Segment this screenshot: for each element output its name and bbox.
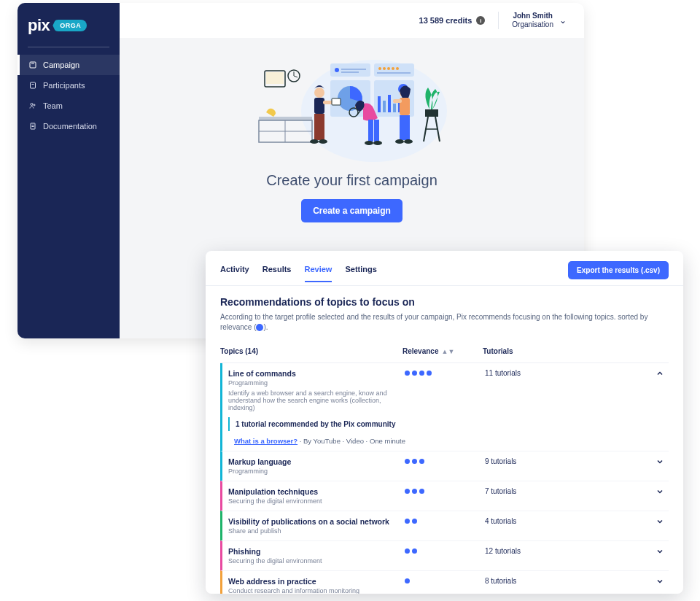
svg-rect-16 bbox=[377, 72, 411, 74]
create-campaign-button[interactable]: Create a campaign bbox=[301, 199, 402, 222]
table-row[interactable]: Web address in practiceConduct research … bbox=[220, 570, 669, 594]
svg-point-59 bbox=[404, 139, 413, 144]
svg-rect-46 bbox=[332, 98, 341, 105]
tutorials-count: 4 tutorials bbox=[485, 517, 651, 525]
chevron-down-icon[interactable] bbox=[651, 517, 669, 528]
chevron-down-icon[interactable] bbox=[651, 487, 669, 498]
tab-settings[interactable]: Settings bbox=[345, 265, 376, 282]
svg-rect-57 bbox=[405, 115, 410, 140]
desc-post: ). bbox=[263, 323, 268, 331]
relevance-dots bbox=[405, 457, 485, 464]
svg-rect-10 bbox=[341, 71, 359, 73]
tutorial-item: What is a browser? · By YouTube · Video … bbox=[222, 434, 669, 449]
topic-subtitle: Share and publish bbox=[228, 527, 405, 535]
topic-title: Markup language bbox=[228, 457, 405, 466]
logo-pix: pix bbox=[28, 16, 50, 35]
topics-table: Topics (14) Relevance▲▼ Tutorials Line o… bbox=[206, 340, 683, 594]
tabs-row: Activity Results Review Settings Export … bbox=[206, 251, 683, 286]
sidebar-nav: Campaign Participants Team Documentation bbox=[18, 55, 120, 136]
svg-rect-35 bbox=[425, 109, 438, 117]
svg-line-30 bbox=[294, 76, 298, 77]
chevron-down-icon[interactable] bbox=[651, 577, 669, 588]
info-icon[interactable]: i bbox=[476, 16, 485, 25]
section-description: According to the target profile selected… bbox=[220, 312, 669, 333]
svg-rect-9 bbox=[341, 69, 366, 70]
chevron-down-icon[interactable] bbox=[651, 457, 669, 468]
svg-point-11 bbox=[378, 67, 381, 70]
tab-activity[interactable]: Activity bbox=[220, 265, 249, 282]
topbar: 13 589 credits i John Smith Organisation… bbox=[120, 3, 584, 38]
topic-subtitle: Programming bbox=[228, 379, 405, 387]
svg-point-8 bbox=[335, 68, 339, 72]
svg-point-13 bbox=[387, 67, 390, 70]
credits-display: 13 589 credits i bbox=[419, 16, 486, 25]
svg-point-12 bbox=[383, 67, 386, 70]
tutorial-recommended-bar: 1 tutorial recommended by the Pix commun… bbox=[228, 417, 669, 431]
sidebar-item-label: Campaign bbox=[43, 61, 79, 69]
credits-text: 13 589 credits bbox=[419, 16, 472, 25]
topic-title: Manipulation techniques bbox=[228, 487, 405, 496]
svg-rect-56 bbox=[400, 115, 405, 140]
table-header: Topics (14) Relevance▲▼ Tutorials bbox=[220, 340, 669, 363]
user-name: John Smith bbox=[512, 12, 553, 21]
svg-point-43 bbox=[310, 139, 319, 144]
sidebar-item-documentation[interactable]: Documentation bbox=[18, 116, 120, 136]
svg-rect-51 bbox=[374, 120, 379, 141]
export-button[interactable]: Export the results (.csv) bbox=[568, 261, 669, 279]
topic-description: Identify a web browser and a search engi… bbox=[228, 389, 405, 411]
svg-rect-1 bbox=[31, 82, 36, 88]
user-org: Organisation bbox=[512, 20, 553, 30]
svg-point-39 bbox=[314, 88, 324, 98]
table-row[interactable]: Line of commandsProgrammingIdentify a we… bbox=[220, 363, 669, 451]
team-icon bbox=[28, 101, 37, 110]
chevron-down-icon[interactable] bbox=[651, 547, 669, 558]
recommendations-header: Recommendations of topics to focus on Ac… bbox=[206, 286, 683, 340]
topic-subtitle: Securing the digital environment bbox=[228, 557, 405, 565]
svg-rect-60 bbox=[393, 99, 402, 103]
user-menu[interactable]: John Smith Organisation ⌄ bbox=[512, 12, 567, 30]
col-topics: Topics (14) bbox=[220, 347, 402, 355]
svg-rect-22 bbox=[383, 101, 386, 112]
table-row[interactable]: Manipulation techniquesSecuring the digi… bbox=[220, 481, 669, 511]
svg-rect-7 bbox=[374, 63, 414, 77]
svg-point-52 bbox=[365, 141, 373, 145]
hero-headline: Create your first campaign bbox=[266, 172, 438, 189]
tutorials-count: 8 tutorials bbox=[485, 577, 651, 585]
svg-rect-27 bbox=[266, 72, 284, 84]
logo: pix ORGA bbox=[18, 12, 120, 42]
tab-results[interactable]: Results bbox=[262, 265, 292, 282]
topic-title: Line of commands bbox=[228, 369, 405, 378]
topic-subtitle: Securing the digital environment bbox=[228, 497, 405, 505]
svg-rect-50 bbox=[368, 120, 373, 141]
sidebar-item-label: Participants bbox=[43, 81, 85, 90]
table-row[interactable]: Markup languageProgramming9 tutorials bbox=[220, 451, 669, 481]
logo-orga-badge: ORGA bbox=[52, 20, 87, 31]
svg-rect-41 bbox=[314, 114, 319, 140]
table-row[interactable]: PhishingSecuring the digital environment… bbox=[220, 540, 669, 570]
col-tutorials: Tutorials bbox=[483, 347, 651, 355]
tab-review[interactable]: Review bbox=[305, 265, 332, 282]
tutorials-count: 11 tutorials bbox=[485, 369, 651, 377]
users-icon bbox=[28, 81, 37, 90]
table-body: Line of commandsProgrammingIdentify a we… bbox=[220, 363, 669, 594]
sidebar-item-participants[interactable]: Participants bbox=[18, 75, 120, 96]
tutorial-link[interactable]: What is a browser? bbox=[234, 437, 298, 445]
sort-icon: ▲▼ bbox=[441, 348, 454, 355]
svg-point-2 bbox=[31, 104, 33, 106]
topic-title: Web address in practice bbox=[228, 577, 405, 586]
svg-point-58 bbox=[395, 139, 404, 144]
topic-title: Visibility of publications on a social n… bbox=[228, 517, 405, 526]
section-title: Recommendations of topics to focus on bbox=[220, 296, 669, 308]
col-relevance[interactable]: Relevance▲▼ bbox=[402, 347, 483, 355]
sidebar-item-campaign[interactable]: Campaign bbox=[18, 55, 120, 75]
svg-point-53 bbox=[373, 141, 382, 145]
svg-point-3 bbox=[34, 104, 35, 106]
svg-rect-23 bbox=[388, 95, 391, 112]
topic-subtitle: Programming bbox=[228, 468, 405, 475]
sidebar-item-label: Documentation bbox=[43, 122, 97, 131]
sidebar-item-team[interactable]: Team bbox=[18, 96, 120, 116]
sidebar-item-label: Team bbox=[43, 101, 63, 110]
chevron-up-icon[interactable] bbox=[651, 369, 669, 380]
svg-point-14 bbox=[392, 67, 394, 70]
table-row[interactable]: Visibility of publications on a social n… bbox=[220, 511, 669, 540]
